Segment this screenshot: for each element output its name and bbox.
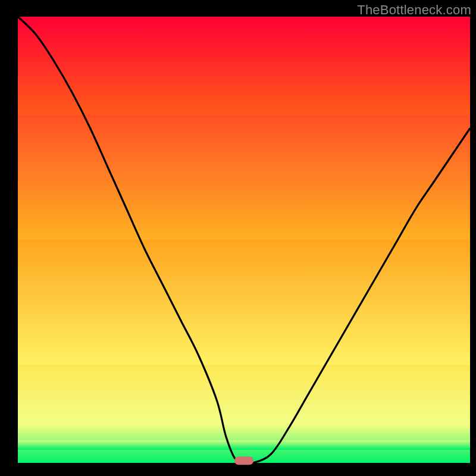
plot-background [18, 17, 470, 463]
bottleneck-chart [0, 0, 476, 476]
attribution-text: TheBottleneck.com [357, 2, 471, 18]
chart-frame: TheBottleneck.com [0, 0, 476, 476]
optimal-marker [234, 456, 253, 465]
